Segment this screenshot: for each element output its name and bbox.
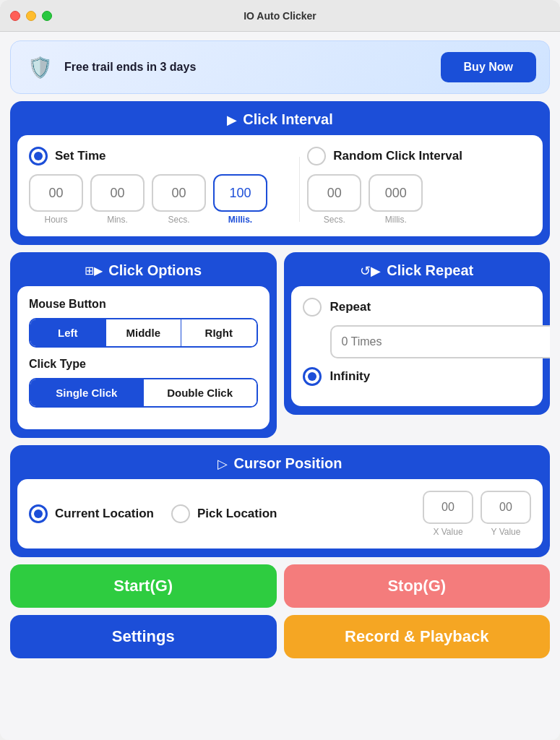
- right-button[interactable]: RIght: [181, 319, 257, 346]
- stop-button[interactable]: Stop(G): [284, 564, 551, 608]
- record-playback-button[interactable]: Record & Playback: [284, 615, 551, 658]
- left-button[interactable]: Left: [30, 319, 106, 346]
- click-repeat-header: ↺▶ Click Repeat: [284, 252, 551, 286]
- rand-millis-label: Millis.: [385, 215, 407, 225]
- mouse-button-label: Mouse Button: [29, 298, 258, 311]
- hours-label: Hours: [44, 215, 67, 225]
- cursor-inner: Current Location Pick Location X Value: [29, 491, 531, 537]
- repeat-icon: ↺▶: [360, 263, 381, 279]
- click-type-group: Single Click Double Click: [29, 378, 258, 408]
- repeat-row: Repeat: [303, 298, 532, 317]
- repeat-radio[interactable]: [303, 298, 322, 317]
- millis-label: Millis.: [228, 215, 252, 225]
- mins-input[interactable]: [90, 174, 145, 212]
- repeat-label: Repeat: [330, 300, 371, 314]
- trial-banner: 🛡️ Free trail ends in 3 days Buy Now: [10, 40, 550, 94]
- y-field: Y Value: [481, 491, 531, 537]
- click-repeat-section: ↺▶ Click Repeat Repeat Infinity: [284, 252, 551, 415]
- click-repeat-inner: Repeat Infinity: [291, 286, 543, 406]
- mins-label: Mins.: [107, 215, 128, 225]
- click-options-inner: Mouse Button Left Middle RIght Click Typ…: [17, 286, 270, 429]
- single-click-button[interactable]: Single Click: [30, 379, 144, 406]
- click-interval-title: Click Interval: [243, 111, 333, 128]
- options-icon: ⊞▶: [85, 264, 103, 278]
- set-time-label: Set Time: [55, 149, 106, 163]
- rand-secs-input[interactable]: [307, 174, 361, 212]
- cursor-icon: ▶: [227, 112, 237, 128]
- cursor-position-header: ▷ Cursor Position: [10, 445, 550, 479]
- pick-location-radio[interactable]: [171, 504, 190, 523]
- traffic-lights: [10, 11, 52, 21]
- secs-label: Secs.: [168, 215, 189, 225]
- trial-icon: 🛡️: [24, 51, 56, 83]
- millis-input[interactable]: [213, 174, 267, 212]
- cursor-options: Current Location Pick Location: [29, 504, 413, 523]
- x-field: X Value: [423, 491, 473, 537]
- click-type-label: Click Type: [29, 358, 258, 371]
- infinity-label: Infinity: [330, 369, 371, 384]
- cursor-position-title: Cursor Position: [233, 455, 342, 472]
- cursor-pos-icon: ▷: [217, 456, 228, 472]
- window-title: IO Auto Clicker: [244, 10, 316, 22]
- current-location-label: Current Location: [55, 507, 154, 521]
- pick-location-label: Pick Location: [197, 507, 277, 521]
- click-options-header: ⊞▶ Click Options: [10, 252, 277, 286]
- middle-button[interactable]: Middle: [106, 319, 182, 346]
- start-button[interactable]: Start(G): [10, 564, 277, 608]
- settings-record-row: Settings Record & Playback: [10, 615, 550, 658]
- start-stop-row: Start(G) Stop(G): [10, 564, 550, 608]
- current-location-option: Current Location: [29, 504, 154, 523]
- rand-millis-input[interactable]: [369, 174, 423, 212]
- pick-location-option: Pick Location: [171, 504, 277, 523]
- maximize-button[interactable]: [42, 11, 52, 21]
- x-label: X Value: [433, 527, 462, 537]
- mouse-button-group: Left Middle RIght: [29, 318, 258, 348]
- random-interval-radio[interactable]: [307, 147, 326, 165]
- y-label: Y Value: [491, 527, 521, 537]
- double-click-button[interactable]: Double Click: [144, 379, 257, 406]
- buy-now-button[interactable]: Buy Now: [441, 52, 536, 82]
- secs-input[interactable]: [152, 174, 206, 212]
- y-input[interactable]: [481, 491, 531, 524]
- cursor-position-section: ▷ Cursor Position Current Location Pick …: [10, 445, 550, 557]
- times-input[interactable]: [330, 325, 551, 358]
- click-options-section: ⊞▶ Click Options Mouse Button Left Middl…: [10, 252, 277, 438]
- current-location-radio[interactable]: [29, 504, 48, 523]
- minimize-button[interactable]: [26, 11, 36, 21]
- click-interval-section: ▶ Click Interval Set Time: [10, 101, 550, 245]
- infinity-radio[interactable]: [303, 367, 322, 386]
- cursor-position-inner: Current Location Pick Location X Value: [17, 479, 543, 548]
- trial-text: Free trail ends in 3 days: [64, 61, 196, 74]
- infinity-row: Infinity: [303, 367, 532, 386]
- random-time-inputs: Secs. Millis.: [307, 174, 531, 225]
- click-repeat-title: Click Repeat: [387, 262, 473, 279]
- random-label: Random Click Interval: [333, 149, 462, 163]
- hours-input[interactable]: [29, 174, 83, 212]
- click-interval-inner: Set Time Hours Mins.: [17, 135, 543, 236]
- rand-secs-label: Secs.: [324, 215, 345, 225]
- click-options-title: Click Options: [108, 262, 202, 279]
- cursor-coords: X Value Y Value: [423, 491, 531, 537]
- time-inputs: Hours Mins. Secs.: [29, 174, 292, 225]
- trial-info: 🛡️ Free trail ends in 3 days: [24, 51, 196, 83]
- set-time-radio[interactable]: [29, 147, 48, 165]
- title-bar: IO Auto Clicker: [0, 0, 560, 32]
- x-input[interactable]: [423, 491, 473, 524]
- close-button[interactable]: [10, 11, 20, 21]
- settings-button[interactable]: Settings: [10, 615, 277, 658]
- click-interval-header: ▶ Click Interval: [10, 101, 550, 135]
